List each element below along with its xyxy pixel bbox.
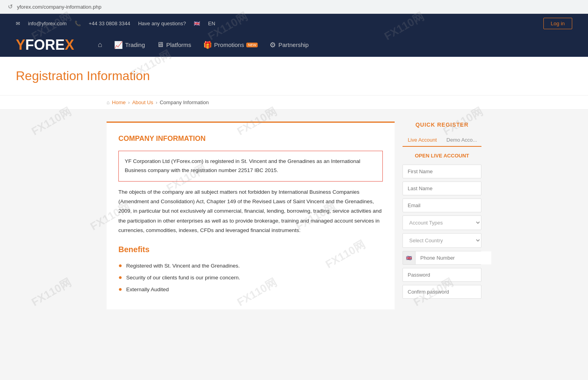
breadcrumb-sep2: › [155, 99, 157, 105]
phone-flag: 🇬🇧 [403, 251, 416, 264]
reload-icon[interactable]: ↺ [8, 3, 13, 10]
phone-icon: 📞 [75, 21, 81, 26]
promotions-icon: 🎁 [203, 41, 212, 49]
home-icon-breadcrumb: ⌂ [107, 99, 110, 105]
benefit-item-2: ● Security of our clients fund is our pr… [118, 274, 383, 281]
page-header: Registration Information [0, 57, 588, 95]
nav-partnership-label: Partnership [278, 41, 309, 48]
benefit-item-1: ● Registered with St. Vincent and the Gr… [118, 262, 383, 269]
breadcrumb-sep1: › [128, 99, 130, 105]
phone-text: +44 33 0808 3344 [89, 21, 130, 26]
sidebar: QUICK REGISTER Live Account Demo Acco...… [403, 122, 481, 302]
page-title: Registration Information [16, 69, 572, 83]
language-text: EN [208, 21, 215, 26]
password-input[interactable] [403, 268, 481, 282]
nav-links: ⌂ 📈 Trading 🖥 Platforms 🎁 Promotions NEW… [98, 34, 572, 56]
live-account-tab[interactable]: Live Account [403, 134, 442, 147]
register-tabs: Live Account Demo Acco... [403, 134, 481, 147]
logo[interactable]: Y FORE X [16, 37, 74, 53]
benefit-icon-3: ● [118, 286, 122, 293]
phone-wrapper: 🇬🇧 [403, 251, 481, 265]
select-country[interactable]: Select Country [403, 233, 481, 248]
main-layout: COMPANY INFORMATION YF Corporation Ltd (… [0, 110, 588, 321]
benefit-text-2: Security of our clients fund is our prim… [126, 275, 240, 281]
nav-platforms-label: Platforms [166, 41, 191, 48]
phone-input[interactable] [416, 251, 491, 264]
logo-forex: FORE [25, 37, 65, 53]
confirm-password-input[interactable] [403, 285, 481, 299]
logo-y: Y [16, 37, 25, 53]
navbar: Y FORE X ⌂ 📈 Trading 🖥 Platforms 🎁 Promo… [0, 33, 588, 57]
content-area: COMPANY INFORMATION YF Corporation Ltd (… [107, 122, 395, 309]
question-text: Have any questions? [138, 21, 186, 26]
top-bar: ✉ info@yforex.com 📞 +44 33 0808 3344 Hav… [0, 14, 588, 33]
last-name-input[interactable] [403, 182, 481, 195]
breadcrumb: ⌂ Home › About Us › Company Information [0, 95, 588, 110]
url-text: yforex.com/company-information.php [17, 4, 101, 10]
benefit-text-1: Registered with St. Vincent and the Gren… [126, 263, 240, 269]
company-info-box: YF Corporation Ltd (YForex.com) is regis… [118, 151, 383, 182]
new-badge: NEW [246, 43, 258, 47]
home-icon: ⌂ [98, 41, 102, 49]
benefit-icon-2: ● [118, 274, 122, 281]
nav-home[interactable]: ⌂ [98, 34, 102, 56]
first-name-input[interactable] [403, 165, 481, 178]
trading-icon: 📈 [114, 41, 123, 49]
platforms-icon: 🖥 [157, 41, 164, 49]
email-input[interactable] [403, 198, 481, 212]
url-bar: ↺ yforex.com/company-information.php [0, 0, 588, 14]
benefit-item-3: ● Externally Audited [118, 286, 383, 293]
flag-icon: 🇬🇧 [194, 21, 200, 26]
email-icon: ✉ [16, 21, 20, 26]
nav-trading[interactable]: 📈 Trading [114, 34, 145, 56]
company-box-text: YF Corporation Ltd (YForex.com) is regis… [125, 157, 376, 175]
section-title: COMPANY INFORMATION [118, 135, 383, 143]
partnership-icon: ⚙ [270, 41, 276, 49]
nav-promotions-label: Promotions [214, 41, 244, 48]
quick-register-title: QUICK REGISTER [403, 122, 481, 128]
breadcrumb-current: Company Information [160, 99, 209, 105]
nav-trading-label: Trading [125, 41, 145, 48]
nav-platforms[interactable]: 🖥 Platforms [157, 34, 191, 56]
email-text: info@yforex.com [28, 21, 67, 26]
nav-promotions[interactable]: 🎁 Promotions NEW [203, 34, 258, 56]
company-desc: The objects of the company are all subje… [118, 187, 383, 235]
top-bar-left: ✉ info@yforex.com 📞 +44 33 0808 3344 Hav… [16, 21, 215, 26]
benefit-text-3: Externally Audited [126, 286, 169, 292]
logo-x: X [65, 37, 74, 53]
breadcrumb-home[interactable]: Home [112, 99, 126, 105]
benefits-title: Benefits [118, 245, 383, 254]
open-account-title: OPEN LIVE ACCOUNT [403, 153, 481, 159]
nav-partnership[interactable]: ⚙ Partnership [270, 34, 309, 56]
login-button[interactable]: Log in [543, 18, 572, 29]
account-types-select[interactable]: Account Types Standard Premium VIP [403, 215, 481, 230]
benefits-list: ● Registered with St. Vincent and the Gr… [118, 262, 383, 293]
breadcrumb-about[interactable]: About Us [132, 99, 153, 105]
top-bar-right: Log in [543, 18, 572, 29]
benefit-icon-1: ● [118, 262, 122, 269]
demo-account-tab[interactable]: Demo Acco... [442, 134, 481, 146]
